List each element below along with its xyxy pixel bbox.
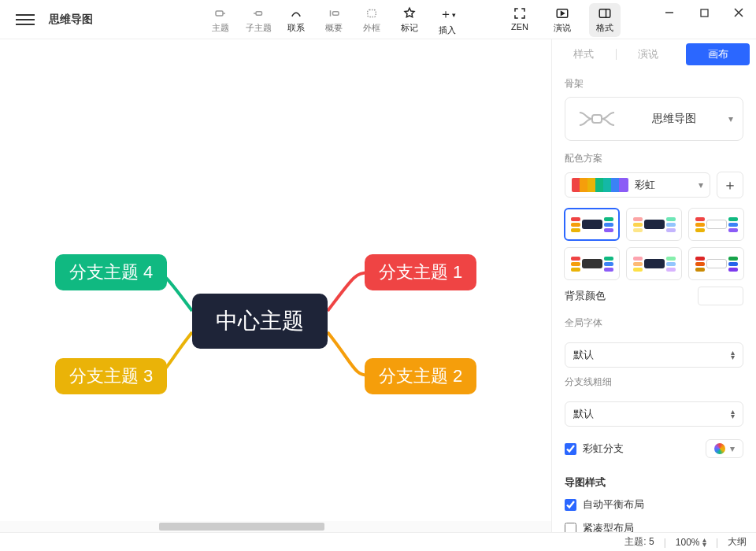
branch-width-select[interactable]: 默认 ▴▾ bbox=[565, 401, 743, 427]
horizontal-scrollbar[interactable] bbox=[0, 521, 551, 532]
panel-icon bbox=[598, 6, 612, 20]
updown-icon: ▴▾ bbox=[731, 409, 735, 419]
relationship-button[interactable]: 联系 bbox=[280, 3, 312, 39]
marker-button[interactable]: 标记 bbox=[394, 3, 425, 39]
insert-button[interactable]: ＋▾ 插入 bbox=[432, 3, 463, 39]
tab-style[interactable]: 样式 bbox=[552, 41, 616, 68]
summary-button[interactable]: 概要 bbox=[318, 3, 350, 39]
minimize-button[interactable] bbox=[652, 0, 687, 25]
maximize-button[interactable] bbox=[687, 0, 721, 25]
auto-balance-checkbox[interactable] bbox=[565, 499, 576, 511]
maximize-icon bbox=[700, 9, 709, 17]
svg-rect-7 bbox=[592, 115, 602, 123]
central-topic[interactable]: 中心主题 bbox=[192, 294, 328, 349]
close-icon bbox=[734, 8, 743, 17]
chevron-down-icon: ▾ bbox=[699, 179, 703, 190]
bgcolor-label: 背景颜色 bbox=[565, 289, 606, 303]
rainbow-icon bbox=[714, 443, 725, 454]
subtopic-button[interactable]: 子主题 bbox=[243, 3, 274, 39]
svg-rect-2 bbox=[333, 12, 339, 16]
plus-icon: ＋▾ bbox=[439, 6, 456, 23]
compact-layout-checkbox[interactable] bbox=[565, 523, 576, 533]
subtopic-icon bbox=[251, 6, 265, 20]
menu-button[interactable] bbox=[16, 10, 35, 29]
star-icon bbox=[402, 6, 417, 20]
format-panel: 样式 演说 画布 骨架 思维导图 ▾ 配色方案 bbox=[551, 39, 756, 532]
pitch-button[interactable]: 演说 bbox=[547, 3, 578, 37]
zen-button[interactable]: ZEN bbox=[504, 3, 536, 37]
theme-preset-1[interactable] bbox=[564, 208, 620, 241]
map-style-label: 导图样式 bbox=[565, 475, 743, 490]
branch-topic-3[interactable]: 分支主题 3 bbox=[55, 358, 167, 394]
global-font-label: 全局字体 bbox=[565, 316, 743, 330]
skeleton-icon bbox=[575, 109, 619, 129]
color-scheme-label: 配色方案 bbox=[565, 152, 743, 165]
canvas[interactable]: 中心主题 分支主题 1 分支主题 2 分支主题 3 分支主题 4 bbox=[0, 39, 551, 532]
boundary-button[interactable]: 外框 bbox=[356, 3, 387, 39]
tab-canvas[interactable]: 画布 bbox=[686, 43, 750, 65]
theme-preset-3[interactable] bbox=[688, 208, 744, 241]
svg-rect-0 bbox=[216, 11, 223, 16]
play-icon bbox=[555, 6, 569, 20]
summary-icon bbox=[327, 6, 341, 20]
expand-icon bbox=[513, 6, 527, 20]
topic-button[interactable]: 主题 bbox=[205, 3, 236, 39]
updown-icon: ▴▾ bbox=[731, 350, 735, 360]
theme-preset-4[interactable] bbox=[564, 247, 620, 280]
relationship-icon bbox=[289, 6, 303, 20]
svg-rect-6 bbox=[701, 9, 708, 17]
branch-topic-2[interactable]: 分支主题 2 bbox=[365, 358, 476, 394]
tab-pitch[interactable]: 演说 bbox=[617, 41, 680, 68]
svg-rect-3 bbox=[368, 10, 376, 17]
format-button[interactable]: 格式 bbox=[589, 3, 621, 37]
rainbow-branch-checkbox[interactable] bbox=[565, 443, 576, 455]
color-scheme-select[interactable]: 彩虹 ▾ bbox=[565, 172, 710, 198]
theme-preset-5[interactable] bbox=[626, 247, 682, 280]
skeleton-label: 骨架 bbox=[565, 77, 743, 91]
global-font-select[interactable]: 默认 ▴▾ bbox=[565, 342, 743, 368]
rainbow-color-button[interactable]: ▾ bbox=[706, 439, 743, 458]
add-color-scheme-button[interactable]: ＋ bbox=[717, 172, 743, 198]
theme-preset-6[interactable] bbox=[688, 247, 744, 280]
branch-topic-4[interactable]: 分支主题 4 bbox=[55, 254, 167, 290]
zoom-control[interactable]: 100% ▴▾ bbox=[676, 537, 706, 548]
outline-button[interactable]: 大纲 bbox=[728, 535, 747, 549]
boundary-icon bbox=[365, 6, 379, 20]
bgcolor-picker[interactable] bbox=[698, 287, 743, 305]
app-title: 思维导图 bbox=[49, 13, 93, 27]
chevron-down-icon: ▾ bbox=[730, 443, 735, 454]
skeleton-select[interactable]: 思维导图 ▾ bbox=[565, 97, 743, 141]
branch-topic-1[interactable]: 分支主题 1 bbox=[365, 254, 476, 290]
compact-layout-label: 紧凑型布局 bbox=[583, 521, 634, 532]
statusbar: 主题: 5 | 100% ▴▾ | 大纲 bbox=[0, 532, 756, 551]
chevron-down-icon: ▾ bbox=[728, 113, 733, 124]
topic-count-label: 主题: bbox=[624, 536, 646, 547]
svg-rect-5 bbox=[599, 9, 610, 18]
minimize-icon bbox=[665, 8, 674, 17]
theme-preset-2[interactable] bbox=[626, 208, 682, 241]
color-swatch-icon bbox=[572, 178, 628, 192]
svg-rect-1 bbox=[256, 12, 262, 16]
rainbow-branch-label: 彩虹分支 bbox=[583, 442, 624, 456]
topic-count: 5 bbox=[649, 536, 654, 547]
auto-balance-label: 自动平衡布局 bbox=[583, 497, 644, 512]
branch-width-label: 分支线粗细 bbox=[565, 375, 743, 389]
topic-icon bbox=[213, 6, 228, 20]
close-button[interactable] bbox=[721, 0, 756, 25]
